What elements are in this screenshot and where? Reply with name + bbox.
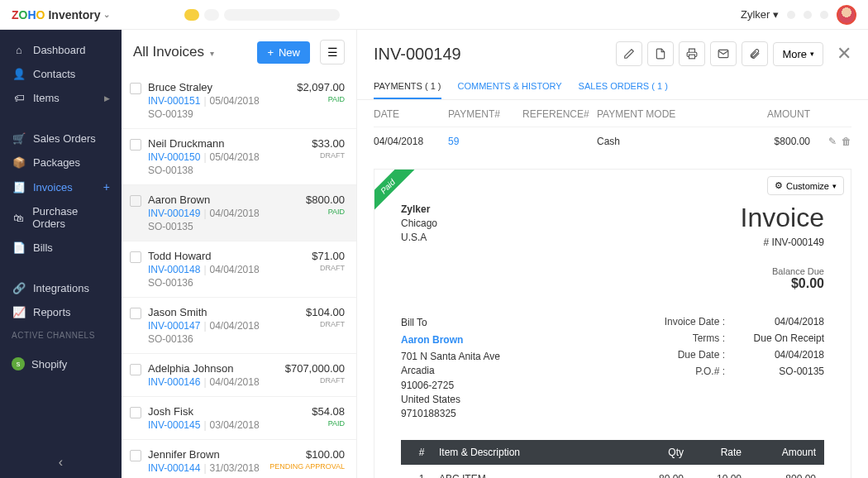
invoice-row[interactable]: Josh Fisk INV-000145|03/04/2018 $54.08 P… — [122, 397, 356, 440]
invoice-row[interactable]: Jason Smith INV-000147|04/04/2018 SO-001… — [122, 298, 356, 354]
col-ref: REFERENCE# — [522, 108, 597, 120]
sidebar-item-contacts[interactable]: 👤Contacts — [0, 62, 122, 86]
pdf-button[interactable] — [647, 41, 674, 66]
checkbox[interactable] — [130, 83, 141, 94]
org-switcher[interactable]: Zylker ▾ — [741, 8, 779, 21]
email-button[interactable] — [710, 41, 737, 66]
sidebar-item-items[interactable]: 🏷Items▶ — [0, 86, 122, 110]
sidebar-item-label: Bills — [33, 241, 53, 254]
checkbox[interactable] — [130, 308, 141, 319]
invoice-date: 31/03/2018 — [210, 462, 260, 474]
list-filter[interactable]: All Invoices ▾ — [133, 44, 214, 60]
sidebar-item-label: Sales Orders — [33, 132, 96, 145]
sidebar-item-sales-orders[interactable]: 🛒Sales Orders — [0, 127, 122, 151]
placeholder-icon[interactable] — [787, 11, 795, 19]
edit-icon[interactable]: ✎ — [828, 136, 837, 147]
new-button[interactable]: +New — [257, 41, 310, 64]
placeholder-icon[interactable] — [820, 11, 828, 19]
plus-icon[interactable]: + — [103, 180, 110, 194]
close-icon[interactable]: ✕ — [837, 45, 851, 63]
invoice-link[interactable]: INV-000150 — [148, 151, 200, 163]
delete-icon[interactable]: 🗑 — [842, 136, 851, 147]
sidebar-item-purchase-orders[interactable]: 🛍Purchase Orders — [0, 199, 122, 236]
invoice-amount: $707,000.00 — [272, 362, 345, 375]
invoice-date: 04/04/2018 — [210, 264, 260, 275]
invoice-preview: Paid ⚙Customize ▾ Zylker Chicago U.S.A I… — [374, 169, 851, 478]
invoice-detail-panel: INV-000149 More ▾ ✕ PAYMENTS ( 1 )COMMEN… — [357, 30, 868, 478]
col-mode: PAYMENT MODE — [597, 108, 694, 120]
invoice-link[interactable]: INV-000149 — [148, 208, 200, 219]
sidebar-item-label: Packages — [33, 156, 80, 169]
sidebar-item-invoices[interactable]: 🧾Invoices+ — [0, 174, 122, 199]
meta-key: Terms : — [659, 332, 725, 344]
topbar: ZOHO Inventory ⌄ Zylker ▾ — [0, 0, 868, 30]
payment-link[interactable]: 59 — [448, 136, 459, 147]
invoice-date: 05/04/2018 — [210, 151, 260, 163]
status-badge: DRAFT — [272, 264, 345, 272]
meta-value: SO-00135 — [750, 366, 824, 377]
invoice-row[interactable]: Adelphia Johnson INV-000146|04/04/2018 $… — [122, 354, 356, 397]
bag-icon: 🛍 — [12, 212, 26, 224]
edit-button[interactable] — [616, 41, 642, 66]
customize-button[interactable]: ⚙Customize ▾ — [767, 176, 844, 195]
invoice-row[interactable]: Neil Druckmann INV-000150|05/04/2018 SO-… — [122, 129, 356, 185]
invoice-link[interactable]: INV-000144 — [148, 462, 200, 474]
customer-name: Bruce Straley — [148, 81, 265, 93]
invoice-list-panel: All Invoices ▾ +New ☰ Bruce Straley INV-… — [122, 30, 357, 478]
sidebar-item-integrations[interactable]: 🔗Integrations — [0, 276, 122, 300]
invoice-row[interactable]: Jennifer Brown INV-000144|31/03/2018 $10… — [122, 440, 356, 478]
invoice-link[interactable]: INV-000148 — [148, 264, 200, 275]
sidebar-item-label: Items — [33, 92, 60, 104]
invoice-link[interactable]: INV-000145 — [148, 419, 200, 431]
checkbox[interactable] — [130, 195, 141, 207]
meta-key: P.O.# : — [659, 366, 725, 377]
tab-comments-history[interactable]: COMMENTS & HISTORY — [458, 74, 562, 99]
sidebar-item-bills[interactable]: 📄Bills — [0, 236, 122, 260]
customer-link[interactable]: Aaron Brown — [401, 333, 500, 347]
sidebar-item-dashboard[interactable]: ⌂Dashboard — [0, 38, 122, 62]
invoice-date: 03/04/2018 — [210, 419, 260, 431]
meta-value: 04/04/2018 — [750, 349, 824, 361]
invoice-icon: 🧾 — [12, 181, 26, 194]
checkbox[interactable] — [130, 139, 141, 151]
sidebar-item-packages[interactable]: 📦Packages — [0, 151, 122, 174]
sidebar-item-reports[interactable]: 📈Reports — [0, 300, 122, 324]
invoice-link[interactable]: INV-000151 — [148, 95, 200, 107]
print-button[interactable] — [679, 41, 705, 66]
placeholder-icon[interactable] — [804, 11, 812, 19]
indicator-dot — [204, 9, 219, 21]
checkbox[interactable] — [130, 407, 141, 418]
checkbox[interactable] — [130, 251, 141, 263]
status-badge: DRAFT — [272, 320, 345, 328]
invoice-link[interactable]: INV-000146 — [148, 376, 200, 388]
home-icon: ⌂ — [12, 44, 26, 56]
checkbox[interactable] — [130, 450, 141, 461]
brand[interactable]: ZOHO Inventory ⌄ — [12, 8, 110, 22]
invoice-date: 04/04/2018 — [210, 376, 260, 388]
customer-name: Neil Druckmann — [148, 137, 265, 150]
avatar[interactable] — [837, 5, 856, 25]
receipt-icon: 📄 — [12, 241, 26, 254]
tab-payments-[interactable]: PAYMENTS ( 1 ) — [374, 74, 441, 99]
attach-button[interactable] — [742, 41, 768, 66]
indicator-dot — [184, 9, 199, 21]
invoice-row[interactable]: Todd Howard INV-000148|04/04/2018 SO-001… — [122, 241, 356, 298]
more-button[interactable]: More ▾ — [773, 42, 823, 66]
checkbox[interactable] — [130, 364, 141, 375]
invoice-amount: $2,097.00 — [272, 81, 345, 93]
list-menu-button[interactable]: ☰ — [320, 40, 345, 65]
invoice-row[interactable]: Aaron Brown INV-000149|04/04/2018 SO-001… — [122, 185, 356, 241]
status-badge: DRAFT — [272, 376, 345, 385]
invoice-link[interactable]: INV-000147 — [148, 320, 200, 332]
sidebar-item-shopify[interactable]: sShopify — [0, 351, 122, 376]
invoice-amount: $54.08 — [272, 405, 345, 418]
col-num: PAYMENT# — [448, 108, 522, 120]
status-badge: PENDING APPROVAL — [269, 462, 345, 471]
invoice-amount: $800.00 — [272, 194, 345, 206]
invoice-date: 04/04/2018 — [210, 320, 260, 332]
company-info: Zylker Chicago U.S.A — [401, 203, 437, 291]
invoice-row[interactable]: Bruce Straley INV-000151|05/04/2018 SO-0… — [122, 73, 356, 129]
collapse-sidebar[interactable]: ‹ — [0, 447, 122, 478]
tab-sales-orders-[interactable]: SALES ORDERS ( 1 ) — [579, 74, 668, 99]
brand-name: Inventory — [48, 8, 100, 22]
